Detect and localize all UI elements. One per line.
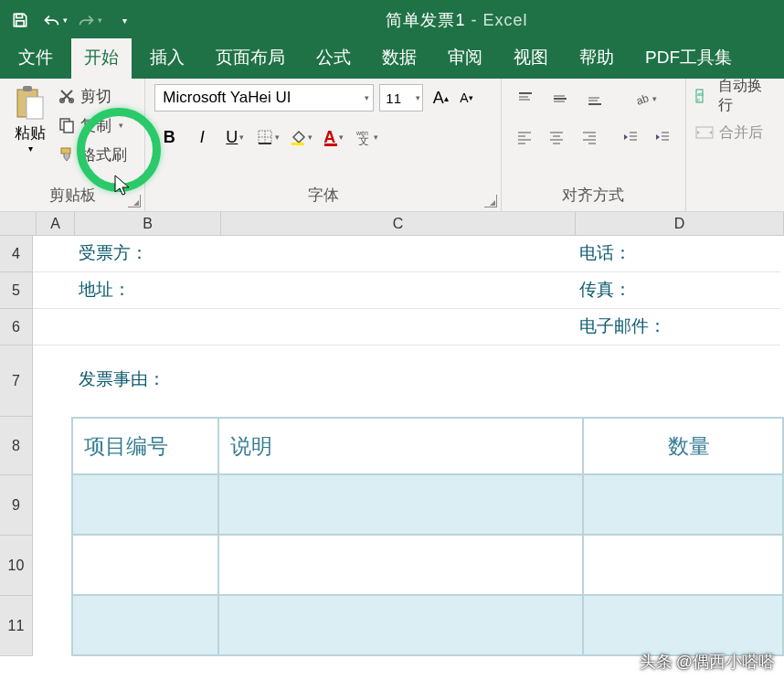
- table-row[interactable]: [71, 596, 784, 656]
- orientation-button[interactable]: ab▾: [631, 84, 661, 113]
- align-middle-button[interactable]: [546, 84, 575, 113]
- row-5[interactable]: 地址： 传真：: [33, 272, 784, 309]
- align-bottom-button[interactable]: [580, 84, 609, 113]
- font-group-label: 字体: [154, 185, 492, 209]
- ribbon-tabs: 文件 开始 插入 页面布局 公式 数据 审阅 视图 帮助 PDF工具集: [0, 40, 784, 79]
- decrease-indent-button[interactable]: [617, 122, 643, 152]
- svg-rect-14: [291, 143, 304, 145]
- tab-file[interactable]: 文件: [5, 38, 66, 79]
- th-description[interactable]: 说明: [217, 417, 582, 475]
- row-header-10[interactable]: 10: [0, 536, 32, 596]
- underline-button[interactable]: U▾: [220, 122, 249, 152]
- table-row[interactable]: [71, 536, 784, 596]
- cell-address-label: 地址：: [71, 272, 217, 309]
- wrap-icon: abc: [695, 88, 713, 104]
- italic-button[interactable]: I: [187, 122, 217, 152]
- tab-help[interactable]: 帮助: [567, 38, 627, 79]
- redo-button[interactable]: ▾: [77, 7, 102, 33]
- select-all-corner[interactable]: [0, 212, 37, 235]
- increase-font-button[interactable]: A▴: [429, 84, 452, 112]
- font-color-button[interactable]: A▾: [319, 122, 348, 152]
- tab-data[interactable]: 数据: [369, 38, 429, 79]
- align-left-button[interactable]: [511, 122, 537, 152]
- merge-center-button[interactable]: 合并后: [695, 121, 775, 144]
- font-size-select[interactable]: 11 ▾: [379, 84, 423, 112]
- font-name-select[interactable]: Microsoft YaHei UI ▾: [154, 84, 374, 112]
- watermark: 头条 @偶西小嗒嗒: [640, 651, 775, 673]
- align-top-icon: [517, 90, 534, 107]
- align-center-button[interactable]: [543, 122, 569, 152]
- chevron-down-icon: ▾: [365, 93, 369, 102]
- svg-rect-9: [61, 148, 70, 154]
- decrease-indent-icon: [622, 129, 639, 145]
- font-launcher[interactable]: [484, 195, 497, 207]
- wrap-text-button[interactable]: abc 自动换行: [695, 84, 775, 108]
- undo-button[interactable]: ▾: [42, 7, 68, 33]
- font-name-value: Microsoft YaHei UI: [163, 89, 291, 107]
- align-right-button[interactable]: [576, 122, 602, 152]
- row-header-6[interactable]: 6: [0, 309, 32, 345]
- copy-label: 复制: [80, 115, 111, 136]
- format-painter-button[interactable]: 格式刷: [58, 143, 127, 166]
- row-7[interactable]: 发票事由：: [33, 345, 784, 417]
- alignment-group: ab▾ 对齐方式: [502, 79, 686, 211]
- row-header-4[interactable]: 4: [0, 236, 32, 272]
- svg-text:ab: ab: [635, 91, 652, 107]
- cut-button[interactable]: 剪切: [58, 84, 127, 108]
- row-header-7[interactable]: 7: [0, 345, 32, 417]
- th-item-no[interactable]: 项目编号: [71, 417, 217, 475]
- align-center-icon: [548, 129, 565, 145]
- borders-button[interactable]: ▾: [253, 122, 282, 152]
- save-button[interactable]: [7, 7, 33, 33]
- align-bottom-icon: [587, 90, 603, 107]
- chevron-down-icon: ▾: [28, 143, 33, 154]
- svg-rect-0: [16, 14, 23, 17]
- col-header-a[interactable]: A: [37, 212, 75, 235]
- ribbon-body: 粘贴 ▾ 剪切 复制 ▾ 格式刷 剪贴板: [0, 79, 784, 212]
- paste-button[interactable]: 粘贴 ▾: [9, 84, 51, 154]
- cut-label: 剪切: [80, 86, 111, 107]
- copy-icon: [58, 117, 75, 133]
- align-top-button[interactable]: [511, 84, 540, 113]
- row-header-5[interactable]: 5: [0, 272, 32, 309]
- svg-rect-1: [16, 21, 24, 27]
- th-quantity[interactable]: 数量: [582, 417, 784, 475]
- row-headers: 4 5 6 7 8 9 10 11: [0, 236, 33, 656]
- col-header-c[interactable]: C: [221, 212, 576, 235]
- ruby-icon: wén文: [355, 129, 372, 145]
- svg-rect-8: [64, 122, 73, 133]
- decrease-font-button[interactable]: A▾: [454, 84, 478, 112]
- tab-review[interactable]: 审阅: [435, 38, 495, 79]
- table-row[interactable]: [71, 475, 784, 536]
- clipboard-launcher[interactable]: [128, 195, 141, 207]
- row-4[interactable]: 受票方： 电话：: [33, 236, 784, 272]
- row-header-11[interactable]: 11: [0, 596, 32, 656]
- increase-indent-button[interactable]: [650, 122, 676, 152]
- align-right-icon: [581, 129, 598, 145]
- title-bar: ▾ ▾ ▾ 简单发票1 - Excel: [0, 0, 784, 40]
- col-header-b[interactable]: B: [75, 212, 221, 235]
- fill-color-button[interactable]: ▾: [286, 122, 315, 152]
- copy-button[interactable]: 复制 ▾: [58, 113, 127, 137]
- quick-access-toolbar: ▾ ▾ ▾: [7, 7, 137, 33]
- tab-view[interactable]: 视图: [501, 38, 561, 79]
- tab-home[interactable]: 开始: [71, 38, 132, 79]
- svg-rect-3: [23, 86, 32, 91]
- tab-pdf[interactable]: PDF工具集: [632, 38, 745, 79]
- cell-email-label: 电子邮件：: [572, 309, 780, 345]
- ruby-button[interactable]: wén文▾: [352, 122, 381, 152]
- row-header-9[interactable]: 9: [0, 475, 32, 536]
- qat-customize[interactable]: ▾: [111, 7, 137, 33]
- increase-indent-icon: [654, 129, 671, 145]
- tab-insert[interactable]: 插入: [137, 38, 197, 79]
- col-header-d[interactable]: D: [576, 212, 784, 235]
- scissors-icon: [58, 88, 75, 104]
- row-header-8[interactable]: 8: [0, 417, 32, 475]
- row-6[interactable]: 电子邮件：: [33, 309, 784, 345]
- invoice-table-header: 项目编号 说明 数量: [71, 417, 784, 475]
- tab-page-layout[interactable]: 页面布局: [203, 38, 298, 79]
- cell-recipient-label: 受票方：: [71, 236, 217, 272]
- svg-text:文: 文: [358, 134, 369, 145]
- tab-formulas[interactable]: 公式: [303, 38, 364, 79]
- bold-button[interactable]: B: [154, 122, 184, 152]
